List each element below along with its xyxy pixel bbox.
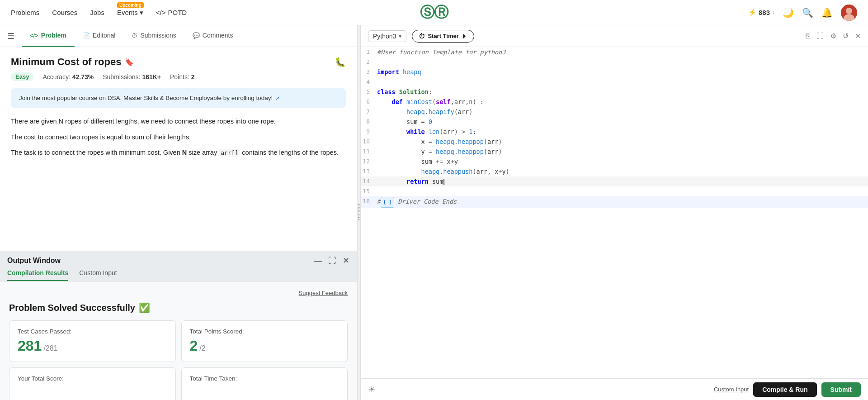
tab-submissions[interactable]: ⏱ Submissions: [123, 25, 184, 47]
right-panel: Python3 ▾ ⏱ Start Timer ⏵ ⎘ ⛶ ⚙ ↺ ✕: [361, 25, 868, 400]
results-grid: Test Cases Passed: 281 /281 Total Points…: [9, 320, 348, 400]
chevron-down-icon: ▾: [399, 33, 401, 39]
tab-problem[interactable]: </> Problem: [22, 25, 75, 47]
problem-meta: Easy Accuracy: 42.73% Submissions: 161K+…: [11, 72, 346, 81]
code-icon: </>: [30, 32, 38, 39]
code-line-3: 3 import heapq: [361, 67, 868, 77]
resize-handle[interactable]: ⋮: [357, 25, 361, 400]
problem-content: Minimum Cost of ropes 🔖 🐛 Easy Accuracy:…: [0, 47, 357, 251]
start-timer-button[interactable]: ⏱ Start Timer ⏵: [412, 30, 474, 43]
total-score-label: Your Total Score:: [18, 375, 167, 382]
expand-editor-button[interactable]: ⛶: [816, 32, 824, 40]
top-nav: Problems Courses Jobs Upcoming Events ▾ …: [0, 0, 868, 25]
editor-toolbar: Python3 ▾ ⏱ Start Timer ⏵ ⎘ ⛶ ⚙ ↺ ✕: [361, 25, 868, 47]
timer-circle-icon: ⏵: [462, 33, 467, 39]
nav-potd[interactable]: </> potd: [156, 9, 187, 16]
code-line-16: 16 #{ } Driver Code Ends: [361, 196, 868, 208]
problem-description: There are given N ropes of different len…: [11, 116, 346, 158]
custom-input-button[interactable]: Custom Input: [714, 386, 749, 393]
external-link-icon: ↗: [275, 95, 280, 101]
problem-title-row: Minimum Cost of ropes 🔖 🐛: [11, 56, 346, 68]
bookmark-icon[interactable]: 🔖: [125, 58, 134, 67]
points-scored-label: Total Points Scored:: [190, 328, 340, 335]
output-body: Suggest Feedback Problem Solved Successf…: [0, 281, 357, 400]
code-line-10: 10 x = heapq.heappop(arr): [361, 137, 868, 147]
nav-events[interactable]: Upcoming Events ▾: [117, 9, 143, 17]
search-icon[interactable]: 🔍: [802, 7, 813, 18]
close-output-button[interactable]: ✕: [343, 256, 349, 266]
code-area: 1 #User function Template for python3 2 …: [361, 47, 868, 208]
promo-banner[interactable]: Join the most popular course on DSA. Mas…: [11, 88, 346, 108]
editor-actions: ⎘ ⛶ ⚙ ↺ ✕: [806, 32, 861, 40]
output-header: Output Window — ⛶ ✕: [0, 251, 357, 266]
timer-icon: ⏱: [419, 33, 425, 40]
bottom-right-actions: Custom Input Compile & Run Submit: [714, 382, 861, 397]
nav-logo[interactable]: ⓈⓇ: [420, 3, 448, 23]
comments-icon: 💬: [193, 32, 200, 39]
suggest-feedback[interactable]: Suggest Feedback: [9, 289, 348, 297]
editor-bottom-bar: ☀ Custom Input Compile & Run Submit: [361, 378, 868, 400]
output-controls: — ⛶ ✕: [314, 256, 349, 266]
code-line-1: 1 #User function Template for python3: [361, 47, 868, 57]
code-line-4: 4: [361, 77, 868, 87]
compile-run-button[interactable]: Compile & Run: [753, 382, 816, 397]
total-score-value: [18, 385, 167, 400]
time-taken-label: Total Time Taken:: [190, 375, 340, 382]
accuracy-label: Accuracy: 42.73%: [42, 73, 94, 81]
code-line-8: 8 sum = 0: [361, 117, 868, 127]
reset-code-button[interactable]: ↺: [843, 32, 849, 40]
submit-button[interactable]: Submit: [821, 382, 861, 397]
copy-code-button[interactable]: ⎘: [806, 32, 810, 40]
test-cases-value: 281 /281: [18, 338, 167, 354]
dark-mode-icon[interactable]: 🌙: [783, 7, 794, 18]
notification-icon[interactable]: 🔔: [821, 7, 833, 18]
problem-solved-text: Problem Solved Successfully: [9, 303, 135, 313]
streak-arrow-icon: ↑: [772, 10, 774, 16]
bug-report-icon[interactable]: 🐛: [335, 57, 346, 67]
submissions-label: Submissions: 161K+: [103, 73, 161, 81]
points-label: Points: 2: [170, 73, 195, 81]
tab-custom-input[interactable]: Custom Input: [79, 266, 117, 281]
code-line-5: 5 class Solution:: [361, 87, 868, 97]
tab-compilation-results[interactable]: Compilation Results: [7, 266, 68, 281]
nav-problems[interactable]: Problems: [11, 9, 39, 16]
user-avatar[interactable]: [841, 5, 857, 21]
sub-nav: ☰ </> Problem 📄 Editorial ⏱ Submissions …: [0, 25, 357, 47]
output-window-title: Output Window: [7, 257, 61, 265]
close-editor-button[interactable]: ✕: [855, 32, 861, 40]
test-cases-card: Test Cases Passed: 281 /281: [9, 320, 176, 362]
upcoming-badge: Upcoming: [117, 2, 144, 8]
nav-left: Problems Courses Jobs Upcoming Events ▾ …: [11, 9, 187, 17]
code-line-13: 13 heapq.heappush(arr, x+y): [361, 167, 868, 176]
time-taken-card: Total Time Taken:: [181, 367, 348, 400]
nav-jobs[interactable]: Jobs: [90, 9, 104, 16]
tab-comments[interactable]: 💬 Comments: [184, 25, 241, 47]
language-selector[interactable]: Python3 ▾: [368, 30, 406, 42]
problem-title: Minimum Cost of ropes 🔖: [11, 56, 134, 68]
code-line-6: 6 def minCost(self,arr,n) :: [361, 97, 868, 107]
nav-right: ⚡ 883 ↑ 🌙 🔍 🔔: [748, 5, 857, 21]
lightning-icon: ⚡: [748, 8, 757, 17]
solved-checkmark-icon: ✅: [139, 302, 150, 313]
code-line-7: 7 heapq.heapify(arr): [361, 107, 868, 117]
code-editor[interactable]: 1 #User function Template for python3 2 …: [361, 47, 868, 378]
points-scored-value: 2 /2: [190, 338, 340, 354]
hamburger-icon[interactable]: ☰: [7, 31, 14, 41]
expand-button[interactable]: ⛶: [328, 256, 336, 266]
points-scored-card: Total Points Scored: 2 /2: [181, 320, 348, 362]
output-tabs: Compilation Results Custom Input: [0, 266, 357, 281]
submissions-icon: ⏱: [132, 32, 137, 39]
theme-toggle-button[interactable]: ☀: [368, 385, 375, 395]
tab-editorial[interactable]: 📄 Editorial: [75, 25, 124, 47]
svg-point-1: [846, 8, 852, 14]
settings-button[interactable]: ⚙: [830, 32, 836, 40]
main-layout: ☰ </> Problem 📄 Editorial ⏱ Submissions …: [0, 25, 868, 400]
output-window: Output Window — ⛶ ✕ Compilation Results …: [0, 251, 357, 400]
collapsed-code-badge[interactable]: { }: [381, 197, 394, 208]
minimize-button[interactable]: —: [314, 256, 322, 266]
time-taken-value: [190, 385, 340, 400]
code-line-2: 2: [361, 57, 868, 67]
problem-solved-header: Problem Solved Successfully ✅: [9, 302, 348, 313]
test-cases-label: Test Cases Passed:: [18, 328, 167, 335]
nav-courses[interactable]: Courses: [52, 9, 77, 16]
